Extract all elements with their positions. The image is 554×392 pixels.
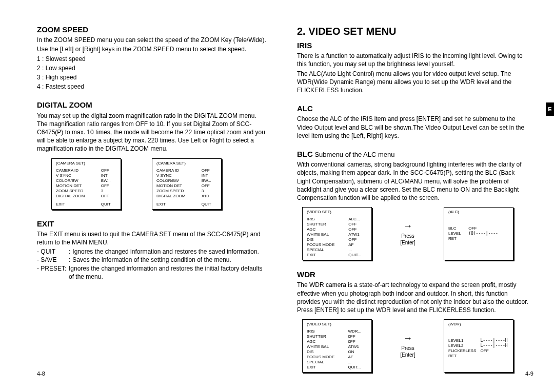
text: The EXIT menu is used to quit the CAMERA… — [37, 230, 268, 246]
enter-label: [Enter] — [400, 352, 415, 359]
text: There is a function to automatically adj… — [297, 52, 528, 68]
menu-screens-row: (VIDEO SET) IRISALC... SHUTTEROFF AGCOFF… — [302, 207, 528, 260]
menu-title: (CAMERA SET) — [156, 161, 217, 166]
arrow-right-icon: → — [403, 221, 412, 231]
video-set-menu-1: (VIDEO SET) IRISALC... SHUTTEROFF AGCOFF… — [302, 207, 372, 260]
enter-label: [Enter] — [400, 239, 415, 246]
menu-title: (ALC) — [448, 210, 509, 215]
heading-exit: EXIT — [37, 219, 268, 229]
menu-table: CAMERA IDOFF V-SYNCINT COLOR/BWBW... MOT… — [156, 168, 217, 207]
section-exit: EXIT The EXIT menu is used to quit the C… — [37, 219, 268, 281]
menu-screens-row: (CAMERA SET) CAMERA IDOFF V-SYNCINT COLO… — [51, 158, 268, 210]
arrow-press-enter: → Press [Enter] — [392, 207, 423, 260]
menu-title: (CAMERA SET) — [56, 161, 116, 166]
text: 4 : Fastest speed — [37, 82, 268, 91]
chapter-title: 2. VIDEO SET MENU — [297, 25, 528, 38]
page-number-left: 4-8 — [37, 370, 45, 378]
section-alc: ALC Choose the ALC of the IRIS item and … — [297, 104, 528, 140]
desc: Ignores the changed information and rest… — [72, 247, 259, 256]
section-zoom-speed: ZOOM SPEED In the ZOOM SPEED menu you ca… — [37, 25, 268, 91]
section-iris: IRIS There is a function to automaticall… — [297, 40, 528, 94]
menu-title: (VIDEO SET) — [307, 322, 367, 327]
text: 1 : Slowest speed — [37, 55, 268, 63]
alc-menu: (ALC) BLCOFF LEVEL(0)----|---- RET — [444, 207, 513, 260]
press-label: Press — [401, 345, 414, 352]
heading-alc: ALC — [297, 104, 528, 114]
right-page: 2. VIDEO SET MENU IRIS There is a functi… — [283, 25, 533, 382]
heading-blc: BLC Submenu of the ALC menu — [297, 149, 528, 159]
section-blc: BLC Submenu of the ALC menu With convent… — [297, 149, 528, 260]
menu-screens-row: (VIDEO SET) IRISWDR... SHUTTER0FF AGC0FF… — [302, 319, 528, 373]
arrow-press-enter: → Press [Enter] — [392, 319, 423, 373]
text: Choose the ALC of the IRIS item and pres… — [297, 115, 528, 140]
term: QUIT — [37, 247, 69, 256]
text: 3 : High speed — [37, 73, 268, 81]
menu-title: (WDR) — [448, 322, 509, 327]
section-digital-zoom: DIGITAL ZOOM You may set up the digital … — [37, 100, 268, 209]
desc: Saves the information of the setting con… — [72, 256, 231, 264]
heading-iris: IRIS — [297, 40, 528, 51]
text: In the ZOOM SPEED menu you can select th… — [37, 36, 268, 44]
press-label: Press — [401, 233, 414, 240]
definition-list: QUIT:Ignores the changed information and… — [37, 247, 268, 281]
left-page: ZOOM SPEED In the ZOOM SPEED menu you ca… — [37, 25, 283, 382]
page-number-right: 4-9 — [525, 370, 533, 378]
camera-set-menu-2: (CAMERA SET) CAMERA IDOFF V-SYNCINT COLO… — [152, 158, 222, 210]
text: The WDR camera is a state-of-art technol… — [297, 281, 528, 314]
camera-set-menu-1: (CAMERA SET) CAMERA IDOFF V-SYNCINT COLO… — [51, 158, 121, 210]
term: PRESET: — [37, 264, 69, 281]
manual-spread: E ZOOM SPEED In the ZOOM SPEED menu you … — [0, 0, 554, 392]
menu-table: CAMERA IDOFF V-SYNCINT COLOR/BWBW... MOT… — [56, 168, 116, 207]
section-wdr: WDR The WDR camera is a state-of-art tec… — [297, 270, 528, 373]
heading-digital-zoom: DIGITAL ZOOM — [37, 100, 268, 110]
video-set-menu-2: (VIDEO SET) IRISWDR... SHUTTER0FF AGC0FF… — [302, 319, 372, 373]
menu-title: (VIDEO SET) — [307, 210, 367, 215]
heading-zoom-speed: ZOOM SPEED — [37, 25, 268, 35]
text: Use the [Left] or [Right] keys in the ZO… — [37, 45, 268, 53]
arrow-right-icon: → — [403, 334, 412, 343]
side-tab-e: E — [546, 102, 554, 116]
text: The ALC(Auto Light Control) menu allows … — [297, 70, 528, 95]
desc: Ignores the changed information and rest… — [69, 264, 268, 281]
wdr-menu: (WDR) LEVEL1L----|----H LEVEL2L----|----… — [444, 319, 513, 373]
text: 2 : Low speed — [37, 64, 268, 72]
term: SAVE — [37, 256, 69, 264]
heading-wdr: WDR — [297, 270, 528, 280]
text: You may set up the digital zoom magnific… — [37, 112, 268, 153]
text: With conventional cameras, strong backgr… — [297, 160, 528, 202]
